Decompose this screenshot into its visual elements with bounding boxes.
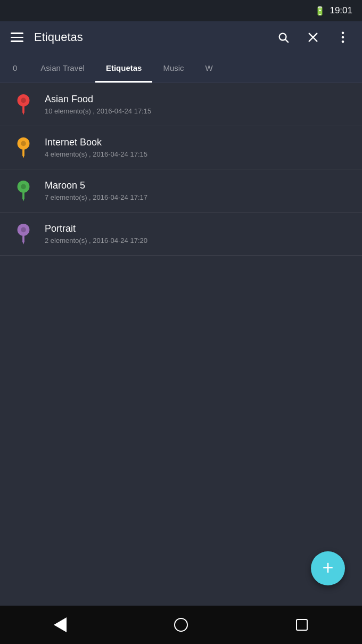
svg-point-20 xyxy=(21,227,26,233)
main-content: Asian Food10 elemento(s) , 2016-04-24 17… xyxy=(0,83,362,606)
item-subtitle: 10 elemento(s) , 2016-04-24 17:15 xyxy=(45,107,151,115)
tab-music[interactable]: Music xyxy=(152,53,194,83)
item-text: Internet Book4 elemento(s) , 2016-04-24 … xyxy=(45,137,147,158)
home-button[interactable] xyxy=(165,609,197,641)
item-subtitle: 7 elemento(s) , 2016-04-24 17:17 xyxy=(45,193,147,201)
search-icon xyxy=(277,31,289,43)
clock: 19:01 xyxy=(330,5,352,16)
svg-line-1 xyxy=(285,39,288,42)
item-text: Maroon 57 elemento(s) , 2016-04-24 17:17 xyxy=(45,180,147,201)
close-icon xyxy=(307,31,319,43)
item-title: Internet Book xyxy=(45,137,147,148)
battery-icon: 🔋 xyxy=(315,6,325,16)
svg-point-5 xyxy=(342,36,344,39)
svg-point-16 xyxy=(21,184,26,190)
close-button[interactable] xyxy=(302,27,324,48)
item-title: Maroon 5 xyxy=(45,180,147,191)
svg-rect-17 xyxy=(22,192,24,199)
item-title: Asian Food xyxy=(45,94,151,105)
pin-svg xyxy=(15,137,32,158)
tab-etiquetas[interactable]: Etiquetas xyxy=(95,53,153,83)
nav-bar xyxy=(0,606,362,644)
pin-icon xyxy=(11,221,36,247)
status-bar: 🔋 19:01 xyxy=(0,0,362,21)
pin-svg xyxy=(15,94,32,115)
svg-point-6 xyxy=(342,40,344,43)
pin-icon xyxy=(11,135,36,160)
tab-w[interactable]: W xyxy=(195,53,224,83)
svg-rect-13 xyxy=(22,149,24,156)
recents-button[interactable] xyxy=(286,609,318,641)
tab-asian-travel[interactable]: Asian Travel xyxy=(30,53,95,83)
menu-button[interactable] xyxy=(9,30,26,44)
item-subtitle: 4 elemento(s) , 2016-04-24 17:15 xyxy=(45,150,147,158)
svg-point-8 xyxy=(21,98,26,103)
svg-marker-10 xyxy=(22,112,24,115)
svg-rect-9 xyxy=(22,106,24,113)
more-options-icon xyxy=(341,31,344,43)
svg-marker-14 xyxy=(22,155,24,158)
tab-bar: 0 Asian Travel Etiquetas Music W xyxy=(0,53,362,83)
list-item[interactable]: Internet Book4 elemento(s) , 2016-04-24 … xyxy=(0,126,362,169)
svg-point-4 xyxy=(342,31,344,34)
app-bar-title: Etiquetas xyxy=(34,30,264,44)
pin-svg xyxy=(15,180,32,201)
list-item[interactable]: Asian Food10 elemento(s) , 2016-04-24 17… xyxy=(0,83,362,126)
pin-icon xyxy=(11,178,36,203)
item-subtitle: 2 elemento(s) , 2016-04-24 17:20 xyxy=(45,237,147,244)
item-title: Portrait xyxy=(45,223,147,234)
back-icon xyxy=(54,617,67,632)
tab-0[interactable]: 0 xyxy=(0,53,30,83)
list-item[interactable]: Portrait2 elemento(s) , 2016-04-24 17:20 xyxy=(0,213,362,256)
more-options-button[interactable] xyxy=(332,27,353,48)
svg-marker-18 xyxy=(22,198,24,201)
svg-rect-21 xyxy=(22,235,24,242)
back-button[interactable] xyxy=(44,609,76,641)
item-text: Portrait2 elemento(s) , 2016-04-24 17:20 xyxy=(45,223,147,244)
list-item[interactable]: Maroon 57 elemento(s) , 2016-04-24 17:17 xyxy=(0,169,362,213)
search-button[interactable] xyxy=(273,27,294,48)
list-container: Asian Food10 elemento(s) , 2016-04-24 17… xyxy=(0,83,362,256)
add-icon: + xyxy=(322,558,333,577)
svg-point-12 xyxy=(21,141,26,146)
pin-svg xyxy=(15,223,32,244)
pin-icon xyxy=(11,92,36,117)
app-bar: Etiquetas xyxy=(0,21,362,53)
item-text: Asian Food10 elemento(s) , 2016-04-24 17… xyxy=(45,94,151,115)
recents-icon xyxy=(296,619,308,631)
add-fab-button[interactable]: + xyxy=(311,551,345,585)
home-icon xyxy=(174,618,188,632)
svg-marker-22 xyxy=(22,241,24,244)
